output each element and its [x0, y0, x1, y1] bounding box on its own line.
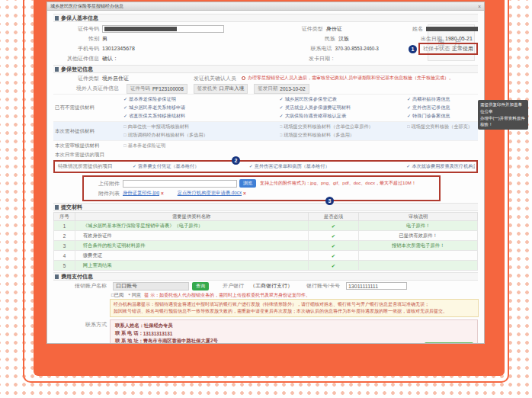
attachment-link[interactable]: 定点医疗机构变更申请表.docx — [178, 190, 242, 197]
audit-note: 报销本次所需电子原件！ — [359, 241, 478, 251]
checked-material-item[interactable]: 特殊门诊备案信息 — [407, 113, 478, 120]
foreign-field[interactable]: 签发机关 口岸出入境 — [194, 84, 248, 94]
attachment-item: 定点医疗机构变更申请表.docx × — [178, 190, 246, 197]
special-checked-item[interactable]: 意外伤害记录单和病历（基本给付） — [249, 163, 407, 170]
id-type-value: 身份证 — [326, 25, 342, 33]
foreign-field-value: 2013-10-02 — [280, 86, 305, 91]
upload-label: 上传附件 — [86, 180, 120, 188]
card-number-label: 银行账号/卡号 — [306, 282, 340, 290]
section-header-payment: 费用支付信息 — [53, 272, 478, 281]
bank-label: 开户银行 — [223, 282, 244, 290]
table-row[interactable]: 2 有效身份证件 ✔ 已提供有效原件！ — [54, 231, 478, 241]
table-row[interactable]: 3 符合条件的相关证明材料原件 ✔ 报销本次所需电子原件！ — [54, 241, 478, 251]
required-checkmark-icon: ✔ — [308, 231, 359, 241]
section-title-basic: 参保人基本信息 — [61, 14, 98, 22]
contact-line-value: 社保经办专员 — [144, 323, 173, 329]
redacted-name — [426, 27, 478, 31]
tooltip-line-2: 办理中(一)并带资料原件核验！ — [480, 115, 526, 129]
material-name: 网上查询结果 — [75, 261, 308, 271]
checked-material-item[interactable]: 城乡居民医保参保登记表 — [280, 96, 407, 103]
dialog-window: 城乡居民医疗保险零星报销经办信息 × 参保人基本信息 照 片 证件号码 证件类型 — [46, 2, 485, 344]
account-input[interactable]: 口口账号 — [113, 282, 189, 290]
contact-label: 联系方式 — [53, 319, 107, 344]
birth-label: 出生日期 — [404, 35, 442, 43]
annotation-badge-1: 1 — [409, 45, 417, 53]
confirm-note: 办理零星报销登记人员入选后，需审核登记类别人员申请期限和登记基本信息核验（先于核… — [248, 75, 478, 82]
remove-attachment-icon[interactable]: × — [161, 191, 164, 196]
section-title-materials: 提交材料 — [61, 204, 82, 211]
account-label: 报销账户名称 — [53, 282, 107, 290]
unchecked-material-item[interactable]: 现场提交资料核验材料（多选用） — [280, 132, 407, 139]
contact-block: 联系方式 联系人姓名： 社保经办专员 联 系 电 话： 131313 — [53, 319, 478, 344]
unchecked-material-item[interactable]: 现场提交资料核验（全部页） — [407, 124, 478, 130]
unchecked-audit-item[interactable]: 基本养老保险证明 — [123, 143, 280, 149]
basic-row-4: 其他证件信息 确认： 发卡日期： — [53, 53, 478, 63]
contact-line-label: 联系人姓名： — [115, 323, 144, 329]
close-icon[interactable]: × — [478, 4, 481, 9]
checked-material-item[interactable]: 省直医保关系转移接续材料 — [123, 113, 280, 120]
checked-material-item[interactable]: 灵活就业人员参保缴费证明材料 — [280, 104, 407, 111]
material-name: 《城乡居民基本医疗保险零星报销申请表》（电子原件） — [75, 221, 308, 231]
contact-line-label: 联 系 地 址： — [115, 338, 143, 345]
table-row[interactable]: 1 《城乡居民基本医疗保险零星报销申请表》（电子原件） ✔ 电子原件！ — [54, 221, 478, 231]
unchecked-material-item[interactable]: 现场调档经办材料核验材料（多选用） — [123, 132, 280, 139]
id-number-input[interactable] — [102, 25, 224, 33]
gender-value: 男 — [102, 35, 107, 43]
browse-button[interactable]: 浏览 — [239, 179, 256, 188]
name-label: 姓名 — [385, 25, 423, 33]
upload-file-input[interactable] — [123, 180, 237, 188]
checked-material-item[interactable]: 大病保险待遇资格审核认定表 — [280, 113, 407, 120]
daily-label: 本次日常需提供的项目 — [53, 152, 123, 159]
checked-material-item[interactable]: 城乡居民养老关系转移申请 — [123, 104, 280, 111]
annotation-badge-3: 3 — [325, 197, 334, 205]
agree-row: □已阅 ＊同意 提 示：如委托他人代办报销业务的，需同时上传授权委托书及双方身份… — [53, 291, 478, 299]
gender-label: 性别 — [53, 35, 99, 43]
nation-label: 民族 — [282, 35, 335, 43]
birth-value: 1980-05-21 — [445, 36, 473, 41]
section-header-materials: 提交材料 — [53, 203, 478, 211]
table-row[interactable]: 4 缴费凭证 ✔ — [54, 251, 478, 261]
cert-info-value: 确认： — [102, 55, 118, 63]
row-number: 4 — [54, 251, 75, 261]
foreign-cert-fields: 证件号码 PF123100008 签发机关 口岸出入境 签发日期 2013-10… — [127, 84, 309, 94]
special-checked-item[interactable]: 本次就诊费用发票及医疗机构盖章的有效证明材料 — [406, 163, 475, 170]
mobile-value: 13012345678 — [102, 46, 135, 51]
radio-icon[interactable] — [242, 76, 245, 80]
col-name: 需要提供资料名称 — [75, 213, 308, 221]
unchecked-material-item[interactable]: 由单位统一申报现场核验材料 — [123, 124, 280, 130]
agree-checkbox[interactable]: □已阅 — [111, 292, 123, 299]
remove-attachment-icon[interactable]: × — [243, 191, 246, 196]
required-checkmark-icon: ✔ — [308, 251, 359, 261]
daily-items-row: 本次日常需提供的项目 — [53, 151, 478, 159]
foreign-field[interactable]: 证件号码 PF123100008 — [127, 84, 187, 94]
window-title: 城乡居民医疗保险零星报销经办信息 — [50, 3, 478, 10]
required-checkmark-icon: ✔ — [308, 241, 359, 251]
section-title-register: 参保登记信息 — [61, 66, 93, 73]
material-name: 缴费凭证 — [75, 251, 308, 261]
contact-box: 联系人姓名： 社保经办专员 联 系 电 话： 13131313131 联 系 地… — [110, 319, 478, 344]
basic-row-1: 证件号码 证件类型 身份证 姓名 — [53, 24, 478, 34]
row-number: 3 — [54, 241, 75, 251]
foreign-field[interactable]: 签发日期 2013-10-02 — [254, 84, 309, 94]
sync-contact-button[interactable]: 同步默认联系方式！ — [425, 342, 473, 344]
section-header-register: 参保登记信息 — [53, 65, 478, 73]
unchecked-material-item[interactable]: 现场提交资料核验材料（含单位公章原件） — [280, 124, 407, 130]
contact-line-value: 13131313131 — [143, 331, 173, 336]
checked-material-item[interactable]: 意外伤害记录信息 — [407, 104, 478, 111]
special-checked-item[interactable]: 营养费支付凭证（基本给付） — [133, 163, 249, 170]
group-have-materials: 已有不需提供材料 基本养老保险参保证明城乡居民医保参保登记表高额补贴待遇信息城乡… — [53, 94, 478, 121]
agree-note: 提 示：如委托他人代办报销业务的，需同时上传授权委托书及双方身份证复印件。 — [144, 292, 310, 299]
card-number-input[interactable]: 13011111111 — [346, 282, 407, 290]
special-items-annotated-row: 2 特殊情况所需提供的项目 营养费支付凭证（基本给付）意外伤害记录单和病历（基本… — [53, 160, 478, 173]
audit-note: 电子原件！ — [359, 221, 478, 231]
payment-account-row: 报销账户名称 口口账号 查询 开户银行 （工商银行支行） 银行账号/卡号 130… — [53, 281, 478, 291]
checked-material-item[interactable]: 基本养老保险参保证明 — [123, 96, 280, 103]
table-row[interactable]: 5 网上查询结果 ✔ — [54, 261, 478, 271]
attachment-link[interactable]: 身份证复印件.jpg — [123, 190, 159, 197]
col-no: 序号 — [54, 213, 75, 221]
reg-type-label: 证件类型 — [53, 75, 99, 82]
special-items: 营养费支付凭证（基本给付）意外伤害记录单和病历（基本给付）本次就诊费用发票及医疗… — [133, 163, 475, 170]
checked-material-item[interactable]: 高额补贴待遇信息 — [407, 96, 478, 103]
query-button[interactable]: 查询 — [192, 282, 209, 290]
materials-body: 1 《城乡居民基本医疗保险零星报销申请表》（电子原件） ✔ 电子原件！ 2 有效… — [54, 221, 478, 271]
